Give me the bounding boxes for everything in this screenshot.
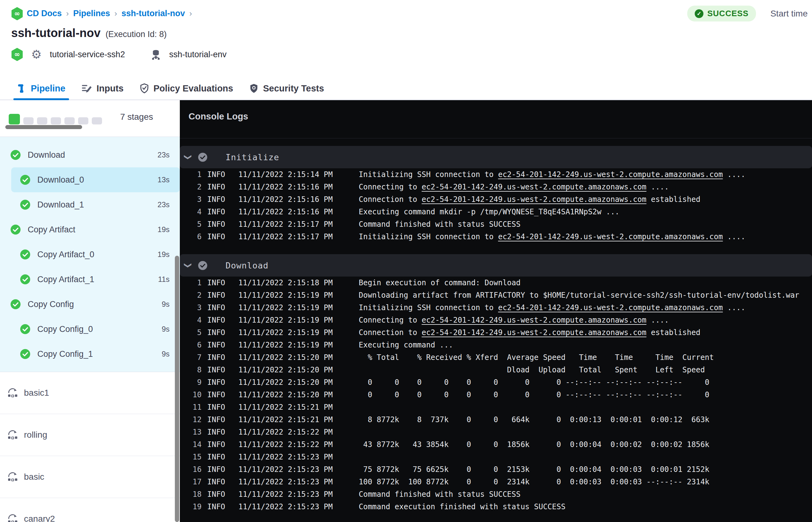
tab-pipeline[interactable]: Pipeline [17,77,65,100]
log-line: 1INFO11/11/2022 2:15:14 PMInitializing S… [180,168,812,181]
log-host-link[interactable]: ec2-54-201-142-249.us-west-2.compute.ama… [498,303,723,312]
log-line-number: 15 [180,453,202,461]
log-line-number: 12 [180,415,202,424]
svg-text:∞: ∞ [14,9,20,17]
pipeline-row-rolling[interactable]: rolling [0,414,180,456]
horizontal-scrollbar[interactable] [5,125,82,129]
stage-label: Copy Artifact_0 [37,250,94,259]
stage-label: Copy Config [28,300,74,309]
log-message: Initializing SSH connection to ec2-54-20… [359,170,746,179]
stage-row-download_0[interactable]: Download_013s [11,167,180,192]
chevron-down-icon[interactable]: ❯ [184,153,192,161]
log-level: INFO [207,453,225,461]
stage-label: Download [28,150,65,160]
log-level: INFO [207,465,225,474]
check-circle-icon [10,149,21,160]
stage-row-copy-artifact[interactable]: Copy Artifact19s [0,217,180,242]
breadcrumb: ∞ CD Docs›Pipelines›ssh-tutorial-nov› [11,7,192,20]
console-title: Console Logs [188,112,248,121]
breadcrumb-link[interactable]: CD Docs [27,9,62,18]
stage-duration: 9s [162,325,169,334]
log-level: INFO [207,207,225,216]
check-circle-icon [198,261,207,270]
log-section-header-download[interactable]: ❯Download [180,254,812,277]
stage-row-download[interactable]: Download23s [0,142,180,167]
log-host-link[interactable]: ec2-54-201-142-249.us-west-2.compute.ama… [498,233,723,241]
log-line: 9INFO11/11/2022 2:15:20 PM 0 0 0 0 0 0 0… [180,376,812,388]
stage-row-download_1[interactable]: Download_123s [0,192,180,217]
log-line: 15INFO11/11/2022 2:15:23 PM [180,451,812,463]
stage-row-copy-artifact_1[interactable]: Copy Artifact_111s [0,267,180,292]
stage-label: Copy Artifact_1 [37,275,94,284]
chevron-right-icon: › [188,9,192,18]
log-line-number: 17 [180,478,202,486]
stage-row-copy-config_0[interactable]: Copy Config_09s [0,317,180,342]
log-message: Initializing SSH connection to ec2-54-20… [359,303,746,312]
log-timestamp: 11/11/2022 2:15:19 PM [238,328,336,337]
stage-label: Copy Config_0 [37,324,93,334]
log-message: 43 8772k 43 3854k 0 0 1856k 0 0:00:04 0:… [359,440,709,449]
pipeline-label: basic [24,472,44,482]
log-message: Connection to ec2-54-201-142-249.us-west… [359,328,700,337]
pipeline-row-basic[interactable]: basic [0,456,180,498]
stage-duration: 9s [162,300,169,308]
stage-row-copy-config_1[interactable]: Copy Config_19s [0,342,180,366]
chevron-right-icon: › [114,9,118,18]
stage-row-copy-config[interactable]: Copy Config9s [0,292,180,317]
log-level: INFO [207,291,225,300]
stages-sidebar: 7 stages Download23sDownload_013sDownloa… [0,100,180,522]
svg-text:∞: ∞ [14,51,20,58]
breadcrumb-link[interactable]: Pipelines [73,9,110,18]
tab-security-tests[interactable]: Security Tests [249,77,324,100]
top-bar: ∞ CD Docs›Pipelines›ssh-tutorial-nov› ✓ … [0,0,812,21]
pipeline-execution-page: ∞ CD Docs›Pipelines›ssh-tutorial-nov› ✓ … [0,0,812,522]
log-line-number: 16 [180,465,202,474]
tab-policy-evaluations[interactable]: Policy Evaluations [140,77,233,100]
pipeline-row-basic1[interactable]: basic1 [0,372,180,414]
log-level: INFO [207,440,225,449]
log-timestamp: 11/11/2022 2:15:21 PM [238,415,336,424]
stage-row-copy-artifact_0[interactable]: Copy Artifact_019s [0,242,180,267]
tab-label: Policy Evaluations [154,83,233,94]
stage-duration: 13s [158,176,169,184]
log-message: 0 0 0 0 0 0 0 0 --:--:-- --:--:-- --:--:… [359,378,709,387]
log-line-number: 3 [180,303,202,312]
log-host-link[interactable]: ec2-54-201-142-249.us-west-2.compute.ama… [422,316,646,324]
pipeline-row-canary2[interactable]: canary2 [0,498,180,522]
log-level: INFO [207,170,225,179]
log-level: INFO [207,428,225,437]
log-host-link[interactable]: ec2-54-201-142-249.us-west-2.compute.ama… [422,195,646,204]
log-line: 17INFO11/11/2022 2:15:23 PM100 8772k 100… [180,476,812,488]
log-host-link[interactable]: ec2-54-201-142-249.us-west-2.compute.ama… [422,328,646,337]
execution-id: (Execution Id: 8) [105,29,167,39]
log-lines: 1INFO11/11/2022 2:15:18 PMBegin executio… [180,277,812,517]
harness-logo-icon: ∞ [11,48,23,61]
environment-name: ssh-tutorial-env [169,50,227,59]
check-circle-icon [20,199,31,210]
stage-label: Copy Config_1 [37,349,93,359]
log-timestamp: 11/11/2022 2:15:22 PM [238,440,336,449]
stage-square [23,117,34,124]
log-line-number: 6 [180,341,202,349]
log-line: 2INFO11/11/2022 2:15:16 PMConnecting to … [180,181,812,193]
log-level: INFO [207,233,225,241]
stage-progress-minimap [9,114,102,124]
pipeline-label: rolling [24,430,47,440]
log-host-link[interactable]: ec2-54-201-142-249.us-west-2.compute.ama… [498,170,723,179]
policy-shield-icon [140,83,149,94]
log-message: Command execution finished with status S… [359,502,566,511]
stage-duration: 9s [162,350,169,358]
console-header: Console Logs [180,100,812,138]
log-section-header-initialize[interactable]: ❯Initialize [180,146,812,168]
log-line-number: 4 [180,207,202,216]
tab-inputs[interactable]: Inputs [82,77,123,100]
log-line-number: 5 [180,328,202,337]
breadcrumb-link[interactable]: ssh-tutorial-nov [121,9,185,18]
status-badge-label: SUCCESS [707,9,749,18]
vertical-scrollbar[interactable] [175,256,179,522]
chevron-down-icon[interactable]: ❯ [184,261,192,269]
log-host-link[interactable]: ec2-54-201-142-249.us-west-2.compute.ama… [422,183,646,191]
log-line: 3INFO11/11/2022 2:15:19 PMInitializing S… [180,301,812,314]
stage-square [78,117,88,124]
log-message: Dload Upload Total Spent Left Speed [359,365,705,374]
